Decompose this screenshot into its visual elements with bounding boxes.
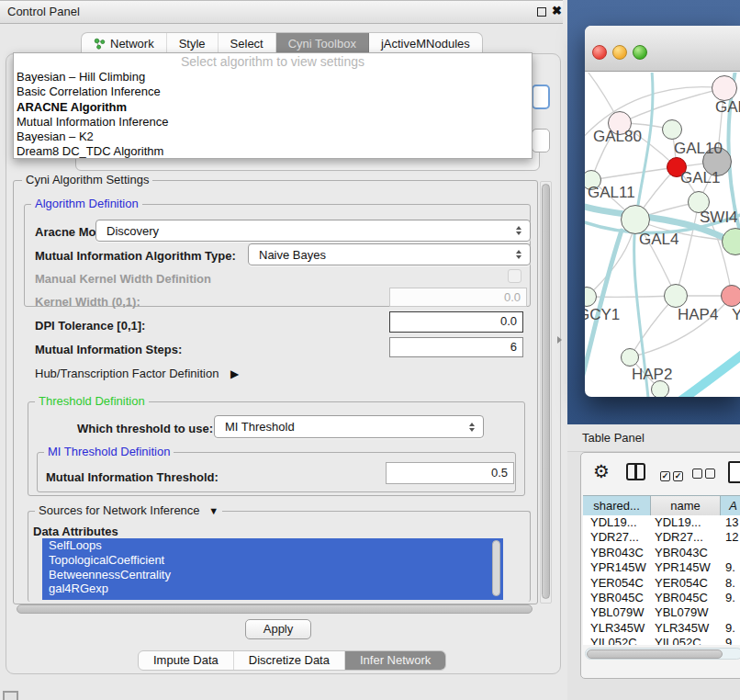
mi-steps-label: Mutual Information Steps: (35, 343, 182, 356)
tab-network[interactable]: Network (82, 33, 167, 53)
attribute-item-selected[interactable]: gal4RGexp (42, 581, 503, 596)
cell-shared: YBL079W (590, 605, 645, 620)
tab-jactivemnodules[interactable]: jActiveMNodules (369, 33, 482, 53)
which-threshold-value: MI Threshold (215, 420, 469, 434)
hub-definition-toggle[interactable]: Hub/Transcription Factor Definition ▶ (35, 367, 239, 380)
dropdown-item[interactable]: Dream8 DC_TDC Algorithm (14, 144, 532, 159)
attribute-item-selected[interactable]: SelfLoops (42, 538, 503, 553)
network-window-titlebar[interactable] (585, 26, 740, 72)
cell-value: 9 (725, 636, 732, 645)
dpi-tolerance-field[interactable]: 0.0 (389, 311, 523, 333)
table-horizontal-scrollbar-thumb[interactable] (587, 649, 723, 659)
data-attributes-list[interactable]: SelfLoops TopologicalCoefficient Between… (42, 538, 503, 600)
dropdown-item[interactable]: Basic Correlation Inference (14, 85, 532, 99)
cell-name: YBR043C (655, 546, 708, 560)
node-salmon[interactable] (721, 285, 740, 307)
mi-threshold-field[interactable]: 0.5 (386, 462, 514, 484)
attribute-item-selected[interactable]: TopologicalCoefficient (42, 553, 503, 568)
network-canvas[interactable]: GAL GAL80 GAL10 GAL1 GAL11 SWI4 GAL4 GCY… (585, 73, 740, 397)
sources-title: Sources for Network Inference (39, 503, 200, 517)
cell-name: YLR345W (655, 621, 709, 636)
cell-name: YIL052C (655, 636, 701, 645)
select-all-columns-icon[interactable]: ✓✓ (660, 468, 683, 481)
manual-kernel-label: Manual Kernel Width Definition (35, 272, 211, 286)
cell-value: 8. (725, 576, 735, 591)
node-label-gal11: GAL11 (588, 184, 635, 202)
kernel-width-field[interactable]: 0.0 (389, 288, 527, 307)
minimize-window-button[interactable] (612, 45, 627, 60)
cell-name: YBR045C (655, 591, 708, 605)
table-panel-title: Table Panel (582, 431, 645, 445)
tab-discretize-data[interactable]: Discretize Data (234, 651, 345, 670)
algorithm-definition-title: Algorithm Definition (31, 198, 142, 209)
split-columns-icon[interactable] (626, 463, 645, 480)
attribute-list-scrollbar[interactable] (492, 540, 500, 596)
export-table-icon[interactable] (728, 461, 740, 483)
aracne-mode-combobox[interactable]: Discovery (95, 220, 531, 242)
tab-style[interactable]: Style (167, 33, 219, 53)
control-panel-tabbar: Network Style Select Cyni Toolbox jActiv… (81, 32, 483, 53)
mi-steps-field[interactable]: 6 (389, 337, 523, 357)
float-panel-icon[interactable] (537, 7, 546, 17)
gear-icon[interactable]: ⚙ (593, 460, 610, 482)
network-icon (94, 38, 106, 50)
column-header-shared[interactable]: shared... (583, 496, 651, 516)
mi-type-value: Naive Bayes (249, 248, 516, 262)
table-panel-header: Table Panel (567, 424, 740, 452)
mi-type-combobox[interactable]: Naive Bayes (248, 243, 531, 265)
hub-definition-label: Hub/Transcription Factor Definition (35, 367, 219, 380)
apply-button[interactable]: Apply (245, 619, 311, 639)
node-hap2[interactable] (621, 348, 639, 367)
mi-threshold-group-title: MI Threshold Definition (44, 446, 174, 457)
close-panel-icon[interactable]: ✖ (552, 4, 562, 17)
tab-cyni-toolbox-label: Cyni Toolbox (288, 34, 356, 53)
tab-select-label: Select (230, 34, 263, 53)
zoom-window-button[interactable] (633, 45, 647, 60)
splitpane-arrow-icon[interactable] (557, 336, 562, 344)
threshold-definition-title: Threshold Definition (35, 395, 149, 407)
close-window-button[interactable] (592, 45, 607, 60)
mi-type-label: Mutual Information Algorithm Type: (35, 249, 236, 263)
node-label-gal4: GAL4 (639, 231, 678, 249)
tab-cyni-toolbox[interactable]: Cyni Toolbox (276, 33, 369, 53)
dropdown-item[interactable]: Bayesian – K2 (14, 130, 532, 144)
node-label-gal1: GAL1 (680, 169, 720, 187)
cell-shared: YER054C (590, 576, 644, 591)
settings-vertical-scrollbar-thumb[interactable] (542, 184, 550, 599)
table-panel-card: ⚙ ✓✓ shared... name A YDL19... YDL19... … (580, 452, 740, 679)
deselect-all-columns-icon[interactable] (692, 468, 715, 481)
node-hap4[interactable] (664, 284, 688, 308)
hidden-refresh-button-fragment[interactable] (532, 85, 550, 109)
tab-select[interactable]: Select (219, 33, 276, 53)
expanded-arrow-icon: ▼ (208, 505, 219, 516)
column-header-name[interactable]: name (651, 496, 721, 516)
attribute-item-selected[interactable]: BetweennessCentrality (42, 568, 503, 582)
which-threshold-combobox[interactable]: MI Threshold (214, 415, 484, 438)
settings-horizontal-scrollbar[interactable] (15, 604, 538, 615)
table-rows: YDL19... YDL19... 13 YDR27... YDR27... 1… (583, 515, 740, 645)
table-row[interactable]: YDL19... YDL19... 13 (583, 515, 740, 530)
cell-value: 9. (725, 560, 735, 575)
node-gal-top[interactable] (712, 75, 737, 101)
settings-vertical-scrollbar[interactable] (540, 181, 552, 604)
cell-value: 9. (725, 621, 735, 636)
node-label-hap4: HAP4 (678, 306, 718, 324)
screen: Control Panel ✖ Network Style Select Cyn… (0, 0, 740, 700)
dropdown-item[interactable]: Bayesian – Hill Climbing (14, 70, 532, 85)
tab-infer-network[interactable]: Infer Network (345, 651, 445, 670)
table-toolbar: ⚙ ✓✓ (581, 453, 740, 493)
control-panel-titlebar: Control Panel ✖ (0, 0, 563, 24)
table-header-row: shared... name A (583, 495, 740, 515)
table-horizontal-scrollbar[interactable] (585, 648, 740, 660)
node-gal10[interactable] (662, 119, 682, 140)
hidden-combobox-fragment[interactable] (532, 129, 550, 152)
data-attributes-label: Data Attributes (33, 525, 118, 538)
tab-impute-data[interactable]: Impute Data (139, 651, 234, 670)
dropdown-item-selected[interactable]: ARACNE Algorithm (14, 100, 532, 115)
minimized-panel-grip[interactable] (3, 691, 18, 700)
manual-kernel-checkbox[interactable] (508, 269, 521, 283)
sources-toggle[interactable]: Sources for Network Inference ▼ (35, 504, 222, 517)
dropdown-item[interactable]: Mutual Information Inference (14, 115, 532, 130)
settings-horizontal-scrollbar-thumb[interactable] (17, 604, 533, 614)
column-header-clipped[interactable]: A (721, 496, 740, 516)
